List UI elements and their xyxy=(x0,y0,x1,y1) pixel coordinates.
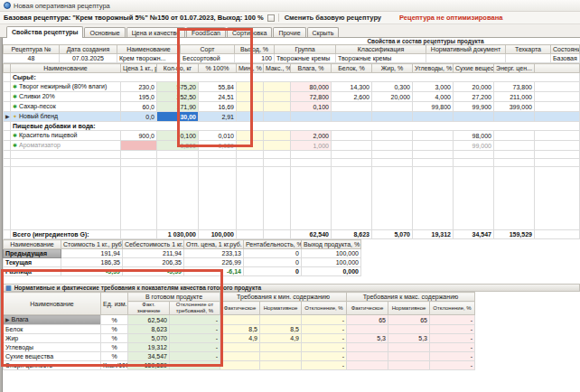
ingredient-name-cell[interactable]: ✦Новый бленд xyxy=(11,112,121,122)
cost-row-label[interactable]: Текущая xyxy=(4,258,61,267)
max-norm-cell[interactable] xyxy=(388,325,430,334)
energy-cell[interactable] xyxy=(494,112,535,122)
price-cell-empty[interactable] xyxy=(121,141,157,151)
price-cell[interactable]: 900,0 xyxy=(121,131,157,141)
carbs-cell[interactable] xyxy=(413,112,454,122)
energy-cell[interactable] xyxy=(494,131,535,141)
change-base-recipe-button[interactable]: Сменить базовую рецептуру xyxy=(278,14,387,22)
moisture-cell[interactable] xyxy=(291,112,332,122)
empty-cell[interactable] xyxy=(264,151,291,159)
min-norm-cell[interactable] xyxy=(260,315,302,325)
max-norm-cell[interactable]: 5,3 xyxy=(388,334,430,343)
tab-hide[interactable]: Скрыть xyxy=(307,27,340,37)
energy-cell[interactable]: 399,000 xyxy=(494,102,535,112)
empty-cell[interactable] xyxy=(11,159,121,167)
empty-cell[interactable] xyxy=(494,151,535,159)
max-norm-cell[interactable] xyxy=(388,361,430,370)
fat-cell[interactable]: 20,000 xyxy=(372,92,413,102)
price-cell[interactable]: 60,0 xyxy=(121,102,157,112)
col-header-price[interactable]: Цена 1 кг., р. xyxy=(121,64,157,73)
fat-cell[interactable] xyxy=(372,141,413,151)
price-cell[interactable]: 230,0 xyxy=(121,82,157,92)
col-header-name[interactable]: Наименование xyxy=(11,64,121,73)
energy-cell[interactable]: 73,800 xyxy=(494,82,535,92)
group-label-raw[interactable]: Сырьё: xyxy=(11,73,580,82)
fat-cell[interactable] xyxy=(372,112,413,122)
min-norm-cell[interactable] xyxy=(260,343,302,352)
protein-cell[interactable]: 2,600 xyxy=(332,92,372,102)
group-label-additives[interactable]: Пищевые добавки и вода: xyxy=(11,122,580,131)
recipe-techcard-cell[interactable] xyxy=(506,54,551,63)
protein-cell[interactable] xyxy=(332,131,372,141)
solids-cell[interactable] xyxy=(454,112,494,122)
col-header-max[interactable]: Макс., % xyxy=(264,64,291,73)
price-cell[interactable]: 0,0 xyxy=(121,112,157,122)
min-norm-cell[interactable]: 4,9 xyxy=(260,334,302,343)
solids-cell[interactable]: 20,000 xyxy=(454,82,494,92)
tab-other[interactable]: Прочие xyxy=(273,27,305,37)
protein-cell[interactable]: 14,300 xyxy=(332,82,372,92)
empty-cell[interactable] xyxy=(291,159,332,167)
price-cell[interactable]: 195,0 xyxy=(121,92,157,102)
ingredient-name-cell[interactable]: ✱Творог нежирный (80% влаги) xyxy=(11,82,121,92)
carbs-cell[interactable] xyxy=(413,131,454,141)
recipe-normative-doc-cell[interactable] xyxy=(426,54,506,63)
recipe-group-cell[interactable]: Творожные кремы xyxy=(275,54,336,63)
empty-cell[interactable] xyxy=(121,151,157,159)
protein-cell[interactable] xyxy=(332,141,372,151)
max-norm-cell[interactable] xyxy=(388,352,430,361)
empty-cell[interactable] xyxy=(372,159,413,167)
empty-cell[interactable] xyxy=(413,151,454,159)
solids-cell[interactable]: 99,000 xyxy=(454,141,494,151)
recipe-name-cell[interactable]: Крем творожн... xyxy=(117,54,181,63)
empty-cell[interactable] xyxy=(264,159,291,167)
empty-cell[interactable] xyxy=(332,159,372,167)
col-header-moisture[interactable]: Влага, % xyxy=(291,64,332,73)
recipe-state-cell[interactable]: Базовая xyxy=(551,54,580,63)
energy-cell[interactable]: 211,000 xyxy=(494,92,535,102)
col-header-solids[interactable]: Сухие вещес... xyxy=(454,64,494,73)
empty-cell[interactable] xyxy=(372,151,413,159)
moisture-cell[interactable]: 72,800 xyxy=(291,92,332,102)
max-norm-cell[interactable] xyxy=(388,343,430,352)
solids-cell[interactable]: 27,200 xyxy=(454,92,494,102)
max-norm-cell[interactable]: 65 xyxy=(388,315,430,325)
ingredient-name-cell[interactable]: ✱Ароматизатор xyxy=(11,141,121,151)
carbs-cell[interactable]: 3,000 xyxy=(413,82,454,92)
ingredient-name-cell[interactable]: ✱Краситель пищевой xyxy=(11,131,121,141)
max-cell[interactable] xyxy=(264,112,291,122)
moisture-cell[interactable]: 80,000 xyxy=(291,82,332,92)
empty-cell[interactable] xyxy=(454,159,494,167)
empty-cell[interactable] xyxy=(199,151,237,159)
empty-cell[interactable] xyxy=(332,151,372,159)
empty-cell[interactable] xyxy=(157,151,199,159)
empty-cell[interactable] xyxy=(291,151,332,159)
max-cell[interactable] xyxy=(264,102,291,112)
col-header-fat[interactable]: Жир, % xyxy=(372,64,413,73)
tab-recipe-properties[interactable]: Свойства рецептуры xyxy=(6,26,83,38)
min-norm-cell[interactable] xyxy=(260,352,302,361)
col-header-carbs[interactable]: Углеводы, % xyxy=(413,64,454,73)
fat-cell[interactable]: 0,300 xyxy=(372,82,413,92)
solids-cell[interactable]: 99,900 xyxy=(454,102,494,112)
tab-main[interactable]: Основные xyxy=(84,27,125,37)
recipe-number-cell[interactable]: 48 xyxy=(4,54,60,63)
ingredient-name-cell[interactable]: ✱Сливки 20% xyxy=(11,92,121,102)
min-norm-cell[interactable]: 8,5 xyxy=(260,325,302,334)
empty-cell[interactable] xyxy=(121,159,157,167)
max-cell[interactable] xyxy=(264,82,291,92)
empty-cell[interactable] xyxy=(413,159,454,167)
max-cell[interactable] xyxy=(264,92,291,102)
col-header-energy[interactable]: Энерг. цен... xyxy=(494,64,535,73)
empty-cell[interactable] xyxy=(237,159,264,167)
max-cell[interactable] xyxy=(264,141,291,151)
carbs-cell[interactable]: 99,800 xyxy=(413,102,454,112)
empty-cell[interactable] xyxy=(157,159,199,167)
fat-cell[interactable] xyxy=(372,102,413,112)
carbs-cell[interactable]: 4,000 xyxy=(413,92,454,102)
recipe-classification-cell[interactable]: Творожные кремы xyxy=(336,54,426,63)
moisture-cell[interactable]: 2,000 xyxy=(291,131,332,141)
solids-cell[interactable]: 98,000 xyxy=(454,131,494,141)
empty-cell[interactable] xyxy=(11,151,121,159)
ingredient-name-cell[interactable]: ✱Сахар-песок xyxy=(11,102,121,112)
